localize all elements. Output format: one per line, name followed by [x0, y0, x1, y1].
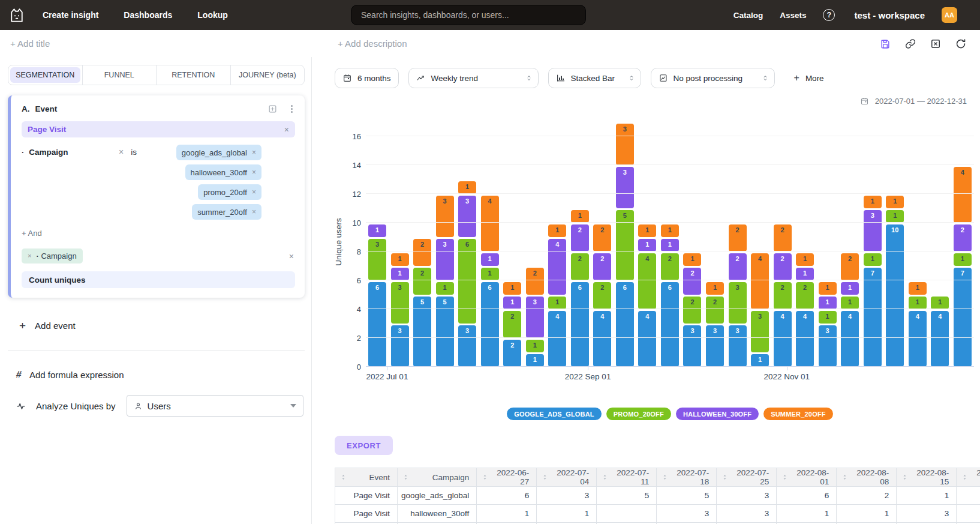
- bar-segment[interactable]: 6: [481, 282, 499, 367]
- bar-segment[interactable]: 3: [706, 325, 724, 367]
- bar-segment[interactable]: 2: [413, 239, 431, 266]
- remove-filter-icon[interactable]: ×: [119, 145, 124, 156]
- bar-segment[interactable]: 3: [391, 325, 409, 367]
- bar-segment[interactable]: 1: [661, 224, 679, 237]
- bar-2022-10-10[interactable]: 123: [706, 280, 724, 367]
- legend-item-google_ads_global[interactable]: GOOGLE_ADS_GLOBAL: [507, 408, 602, 420]
- bar-segment[interactable]: 2: [954, 224, 972, 251]
- nav-item-assets[interactable]: Assets: [780, 11, 806, 20]
- bar-segment[interactable]: 1: [548, 224, 566, 237]
- bar-segment[interactable]: 4: [931, 311, 949, 367]
- bar-segment[interactable]: 1: [548, 297, 566, 309]
- bar-segment[interactable]: 2: [774, 224, 792, 251]
- bar-segment[interactable]: 1: [931, 297, 949, 309]
- breakdown-chip[interactable]: × · Campaign: [22, 248, 83, 264]
- bar-segment[interactable]: 1: [526, 354, 544, 367]
- bar-segment[interactable]: 1: [458, 181, 476, 194]
- add-event-button[interactable]: + Add event: [19, 320, 305, 331]
- export-button[interactable]: EXPORT: [335, 436, 393, 455]
- bar-segment[interactable]: 2: [503, 311, 521, 338]
- remove-breakdown-icon[interactable]: ×: [28, 253, 31, 259]
- workspace-name[interactable]: test - workspace: [854, 10, 925, 20]
- bar-segment[interactable]: 1: [886, 196, 904, 208]
- bar-segment[interactable]: 3: [391, 282, 409, 324]
- bar-2022-11-28[interactable]: 1317: [864, 194, 882, 367]
- bar-segment[interactable]: 3: [436, 196, 454, 237]
- bar-segment[interactable]: 4: [593, 311, 611, 367]
- remove-value-icon[interactable]: ×: [252, 188, 256, 196]
- bar-2022-10-31[interactable]: 2224: [774, 223, 792, 367]
- bar-2022-10-24[interactable]: 431: [751, 251, 769, 367]
- bar-2022-08-08[interactable]: 1122: [503, 280, 521, 367]
- bar-segment[interactable]: 1: [909, 297, 927, 309]
- filter-value-chip[interactable]: promo_20off×: [198, 184, 261, 200]
- remove-value-icon[interactable]: ×: [252, 208, 256, 215]
- trend-select[interactable]: Weekly trend: [408, 68, 539, 88]
- bar-segment[interactable]: 1: [391, 268, 409, 280]
- sort-icon[interactable]: [481, 474, 489, 481]
- bar-segment[interactable]: 4: [954, 167, 972, 223]
- bar-segment[interactable]: 2: [571, 224, 589, 251]
- bar-segment[interactable]: 4: [796, 311, 814, 367]
- bar-segment[interactable]: 3: [751, 311, 769, 352]
- bar-segment[interactable]: 4: [481, 196, 499, 251]
- bar-segment[interactable]: 1: [751, 354, 769, 367]
- bar-segment[interactable]: 2: [413, 268, 431, 295]
- sort-icon[interactable]: [339, 474, 347, 481]
- sort-icon[interactable]: [841, 474, 849, 481]
- bar-segment[interactable]: 1: [368, 224, 386, 237]
- bar-2022-10-03[interactable]: 1223: [683, 251, 701, 367]
- bar-segment[interactable]: 1: [886, 210, 904, 223]
- bar-segment[interactable]: 3: [458, 325, 476, 367]
- bar-segment[interactable]: 2: [774, 282, 792, 309]
- legend-item-halloween_30off[interactable]: HALLOWEEN_30OFF: [676, 408, 759, 420]
- refresh-icon[interactable]: [955, 38, 967, 50]
- bar-2022-12-12[interactable]: 114: [909, 280, 927, 367]
- sort-icon[interactable]: [961, 474, 969, 481]
- bar-2022-10-17[interactable]: 2233: [729, 223, 747, 367]
- chart-type-select[interactable]: Stacked Bar: [548, 68, 641, 88]
- bar-2022-07-18[interactable]: 3315: [436, 194, 454, 367]
- bar-segment[interactable]: 1: [661, 239, 679, 251]
- save-icon[interactable]: [879, 38, 891, 50]
- bar-segment[interactable]: 2: [503, 340, 521, 367]
- bar-segment[interactable]: 1: [436, 282, 454, 295]
- bar-segment[interactable]: 4: [751, 253, 769, 309]
- date-range-button[interactable]: 6 months: [335, 68, 399, 88]
- sort-icon[interactable]: [402, 474, 410, 481]
- bar-segment[interactable]: 7: [954, 268, 972, 367]
- bar-segment[interactable]: 2: [593, 253, 611, 280]
- bar-segment[interactable]: 7: [864, 268, 882, 367]
- bar-segment[interactable]: 2: [729, 253, 747, 280]
- sort-icon[interactable]: [661, 474, 669, 481]
- bar-segment[interactable]: 5: [616, 210, 634, 280]
- add-formula-button[interactable]: # Add formula expression: [16, 369, 305, 380]
- nav-item-dashboards[interactable]: Dashboards: [124, 10, 172, 20]
- add-description-field[interactable]: + Add description: [338, 38, 407, 49]
- legend-item-promo_20off[interactable]: PROMO_20OFF: [606, 408, 671, 420]
- bar-segment[interactable]: 1: [841, 282, 859, 295]
- help-icon[interactable]: ?: [823, 9, 835, 21]
- bar-2022-11-14[interactable]: 1113: [819, 280, 837, 367]
- bar-2022-11-21[interactable]: 2114: [841, 251, 859, 367]
- bar-segment[interactable]: 1: [503, 282, 521, 295]
- nav-item-catalog[interactable]: Catalog: [734, 11, 763, 20]
- bar-2022-09-26[interactable]: 1126: [661, 223, 679, 367]
- bar-2022-09-12[interactable]: 3356: [616, 122, 634, 367]
- bar-segment[interactable]: 2: [526, 268, 544, 295]
- remove-breakdown-row-icon[interactable]: ×: [289, 252, 294, 260]
- bar-segment[interactable]: 4: [909, 311, 927, 367]
- bar-segment[interactable]: 2: [774, 253, 792, 280]
- event-menu-icon[interactable]: [291, 105, 293, 113]
- filter-operator[interactable]: is: [131, 145, 137, 157]
- cat-logo-icon[interactable]: [8, 6, 26, 24]
- bar-segment[interactable]: 3: [819, 325, 837, 367]
- bar-segment[interactable]: 1: [571, 210, 589, 223]
- bar-segment[interactable]: 1: [864, 196, 882, 208]
- bar-segment[interactable]: 1: [706, 282, 724, 295]
- bar-segment[interactable]: 5: [413, 297, 431, 367]
- tab-funnel[interactable]: FUNNEL: [82, 65, 157, 85]
- bar-segment[interactable]: 1: [819, 297, 837, 309]
- sort-icon[interactable]: [901, 474, 909, 481]
- bar-segment[interactable]: 6: [458, 239, 476, 324]
